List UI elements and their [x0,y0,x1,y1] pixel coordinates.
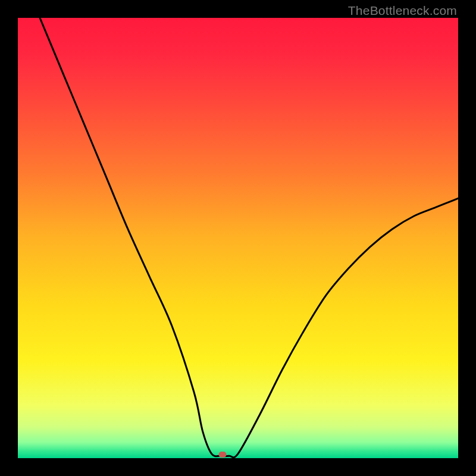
plot-area [18,18,458,458]
watermark-text: TheBottleneck.com [348,4,457,18]
bottleneck-curve [18,18,458,458]
chart-frame: TheBottleneck.com [0,0,476,476]
optimal-point-marker [219,452,227,458]
